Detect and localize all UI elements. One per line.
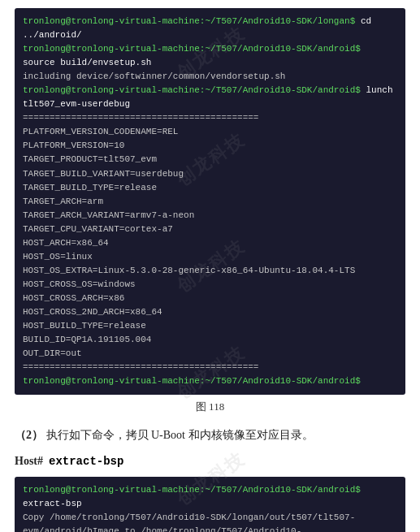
extract-bsp-cmd: extract-bsp [49, 455, 123, 468]
terminal-output: OUT_DIR=out [23, 347, 397, 361]
step-2-heading: （2） 执行如下命令，拷贝 U-Boot 和内核镜像至对应目录。 [15, 426, 405, 445]
terminal-output: ========================================… [23, 111, 397, 125]
terminal-output: TARGET_ARCH_VARIANT=armv7-a-neon [23, 209, 397, 223]
terminal-output: HOST_CROSS_2ND_ARCH=x86_64 [23, 305, 397, 319]
prompt: tronlong@tronlong-virtual-machine:~/T507… [23, 485, 361, 495]
terminal-line: tronlong@tronlong-virtual-machine:~/T507… [23, 15, 397, 42]
terminal-118: tronlong@tronlong-virtual-machine:~/T507… [15, 8, 405, 395]
terminal-output: BUILD_ID=QP1A.191105.004 [23, 333, 397, 347]
terminal-line: tronlong@tronlong-virtual-machine:~/T507… [23, 374, 397, 388]
step-2-number: （2） [15, 429, 43, 441]
terminal-output: HOST_OS=linux [23, 250, 397, 264]
prompt: tronlong@tronlong-virtual-machine:~/T507… [23, 16, 355, 26]
terminal-output: Copy /home/tronlong/T507/Android10-SDK/l… [23, 511, 397, 532]
host-label: Host# [15, 455, 43, 467]
page-content: tronlong@tronlong-virtual-machine:~/T507… [0, 0, 420, 532]
terminal-119: tronlong@tronlong-virtual-machine:~/T507… [15, 477, 405, 532]
terminal-line: tronlong@tronlong-virtual-machine:~/T507… [23, 483, 397, 511]
terminal-output: TARGET_CPU_VARIANT=cortex-a7 [23, 223, 397, 236]
terminal-output: HOST_ARCH=x86_64 [23, 236, 397, 250]
terminal-output: PLATFORM_VERSION=10 [23, 139, 397, 153]
terminal-output: HOST_OS_EXTRA=Linux-5.3.0-28-generic-x86… [23, 264, 397, 278]
terminal-line: tronlong@tronlong-virtual-machine:~/T507… [23, 42, 397, 70]
terminal-output: TARGET_BUILD_TYPE=release [23, 181, 397, 195]
terminal-output: including device/softwinner/common/vendo… [23, 70, 397, 84]
terminal-line: tronlong@tronlong-virtual-machine:~/T507… [23, 84, 397, 111]
terminal-output: HOST_CROSS_OS=windows [23, 278, 397, 292]
prompt: tronlong@tronlong-virtual-machine:~/T507… [23, 44, 361, 54]
terminal-output: HOST_BUILD_TYPE=release [23, 319, 397, 333]
terminal-output: TARGET_BUILD_VARIANT=userdebug [23, 167, 397, 181]
terminal-output: TARGET_PRODUCT=tlt507_evm [23, 153, 397, 167]
terminal-output: PLATFORM_VERSION_CODENAME=REL [23, 125, 397, 139]
host-cmd-extract-bsp: Host# extract-bsp [15, 452, 405, 472]
prompt: tronlong@tronlong-virtual-machine:~/T507… [23, 376, 361, 386]
cmd-text: extract-bsp [23, 499, 82, 508]
prompt: tronlong@tronlong-virtual-machine:~/T507… [23, 85, 361, 95]
terminal-output: ========================================… [23, 361, 397, 374]
step-2-text: 执行如下命令，拷贝 U-Boot 和内核镜像至对应目录。 [46, 429, 314, 441]
cmd-text: source build/envsetup.sh [23, 58, 151, 67]
terminal-output: HOST_CROSS_ARCH=x86 [23, 292, 397, 305]
fig-118-label: 图 118 [15, 400, 405, 414]
terminal-output: TARGET_ARCH=arm [23, 195, 397, 209]
